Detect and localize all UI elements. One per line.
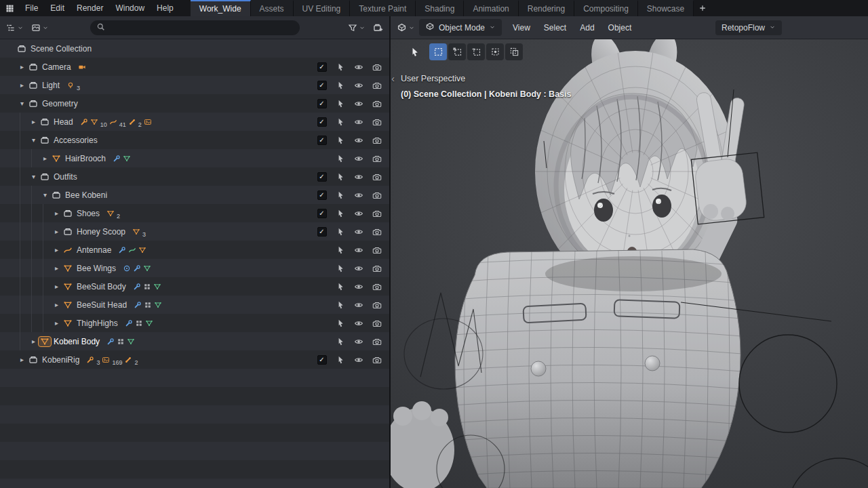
expander-icon[interactable]: ▸	[28, 119, 39, 125]
render-toggle[interactable]	[372, 117, 382, 127]
retopoflow-dropdown[interactable]: RetopoFlow	[715, 20, 782, 35]
selectable-toggle[interactable]	[336, 300, 345, 310]
new-collection-button[interactable]	[372, 21, 384, 34]
exclude-checkbox[interactable]: ✓	[317, 227, 327, 237]
display-mode-button[interactable]	[30, 22, 50, 34]
tab-rendering[interactable]: Rendering	[519, 0, 574, 16]
viewport-menu-view[interactable]: View	[506, 20, 537, 35]
visibility-toggle[interactable]	[354, 282, 363, 291]
render-toggle[interactable]	[372, 245, 382, 255]
outliner-row-camera[interactable]: ▸Camera✓	[0, 58, 389, 76]
render-toggle[interactable]	[372, 209, 382, 218]
visibility-toggle[interactable]	[354, 355, 363, 365]
expander-icon[interactable]: ▸	[52, 302, 62, 308]
exclude-checkbox[interactable]: ✓	[317, 136, 327, 145]
exclude-checkbox[interactable]: ✓	[317, 209, 327, 218]
selectable-toggle[interactable]	[336, 227, 345, 237]
visibility-toggle[interactable]	[354, 190, 363, 200]
render-toggle[interactable]	[372, 282, 382, 291]
visibility-toggle[interactable]	[354, 209, 363, 218]
selectable-toggle[interactable]	[336, 264, 345, 273]
expander-icon[interactable]: ▸	[52, 210, 62, 217]
visibility-toggle[interactable]	[354, 264, 363, 273]
selectable-toggle[interactable]	[336, 81, 345, 90]
filter-button[interactable]	[347, 22, 367, 34]
expander-icon[interactable]: ▸	[52, 247, 62, 253]
outliner-row-accessories[interactable]: ▾Accessories✓	[0, 131, 389, 149]
render-toggle[interactable]	[372, 81, 382, 90]
expander-icon[interactable]: ▸	[40, 155, 50, 162]
render-toggle[interactable]	[372, 337, 382, 346]
menu-file[interactable]: File	[19, 0, 44, 16]
outliner-row-beesuit-head[interactable]: ▸BeeSuit Head	[0, 296, 389, 314]
select-mode-extend-button[interactable]	[448, 43, 466, 60]
viewport-canvas[interactable]: ‹ User Perspective (0) Scene Collection …	[391, 39, 868, 488]
outliner-row-kobenirig[interactable]: ▸KobeniRig31692✓	[0, 350, 389, 369]
active-tool-button[interactable]	[406, 43, 423, 60]
render-toggle[interactable]	[372, 62, 382, 72]
region-toggle-chevron-icon[interactable]: ‹	[391, 73, 395, 83]
outliner-row-shoes[interactable]: ▸Shoes2✓	[0, 204, 389, 222]
viewport-menu-add[interactable]: Add	[573, 20, 601, 35]
tab-showcase[interactable]: Showcase	[638, 0, 694, 16]
render-toggle[interactable]	[372, 154, 382, 163]
render-toggle[interactable]	[372, 172, 382, 182]
visibility-toggle[interactable]	[354, 319, 363, 328]
tab-work-wide[interactable]: Work_Wide	[191, 0, 251, 16]
visibility-toggle[interactable]	[354, 99, 363, 108]
exclude-checkbox[interactable]: ✓	[317, 62, 327, 72]
add-workspace-button[interactable]	[694, 0, 711, 16]
outliner-row-beesuit-body[interactable]: ▸BeeSuit Body	[0, 277, 389, 296]
tab-animation[interactable]: Animation	[464, 0, 518, 16]
selectable-toggle[interactable]	[336, 136, 345, 145]
render-toggle[interactable]	[372, 136, 382, 145]
exclude-checkbox[interactable]: ✓	[317, 117, 327, 127]
expander-icon[interactable]: ▸	[28, 338, 39, 345]
expander-icon[interactable]: ▸	[17, 64, 27, 70]
selectable-toggle[interactable]	[336, 282, 345, 291]
selectable-toggle[interactable]	[336, 245, 345, 255]
visibility-toggle[interactable]	[354, 154, 363, 163]
expander-icon[interactable]: ▸	[52, 265, 62, 272]
outliner-row-outfits[interactable]: ▾Outfits✓	[0, 167, 389, 186]
expander-icon[interactable]: ▾	[17, 100, 27, 107]
render-toggle[interactable]	[372, 319, 382, 328]
visibility-toggle[interactable]	[354, 81, 363, 90]
visibility-toggle[interactable]	[354, 337, 363, 346]
outliner-row-light[interactable]: ▸Light3✓	[0, 76, 389, 94]
app-menu-icon[interactable]	[0, 0, 19, 16]
menu-help[interactable]: Help	[151, 0, 180, 16]
render-toggle[interactable]	[372, 264, 382, 273]
visibility-toggle[interactable]	[354, 227, 363, 237]
outliner-row-honey-scoop[interactable]: ▸Honey Scoop3✓	[0, 222, 389, 241]
select-mode-invert-button[interactable]	[486, 43, 504, 60]
selectable-toggle[interactable]	[336, 209, 345, 218]
expander-icon[interactable]: ▾	[40, 192, 50, 199]
selectable-toggle[interactable]	[336, 190, 345, 200]
select-mode-subtract-button[interactable]	[467, 43, 485, 60]
expander-icon[interactable]: ▸	[52, 320, 62, 327]
outliner-row-bee-wings[interactable]: ▸Bee Wings	[0, 259, 389, 277]
expander-icon[interactable]: ▾	[28, 174, 39, 180]
visibility-toggle[interactable]	[354, 136, 363, 145]
selectable-toggle[interactable]	[336, 319, 345, 328]
render-toggle[interactable]	[372, 300, 382, 310]
outliner-row-scene-collection[interactable]: Scene Collection	[0, 39, 389, 58]
search-input[interactable]	[109, 23, 294, 33]
selectable-toggle[interactable]	[336, 154, 345, 163]
visibility-toggle[interactable]	[354, 117, 363, 127]
render-toggle[interactable]	[372, 99, 382, 108]
render-toggle[interactable]	[372, 355, 382, 365]
outliner-row-bee-kobeni[interactable]: ▾Bee Kobeni✓	[0, 186, 389, 204]
viewport-menu-object[interactable]: Object	[601, 20, 639, 35]
visibility-toggle[interactable]	[354, 300, 363, 310]
selectable-toggle[interactable]	[336, 62, 345, 72]
tab-uv-editing[interactable]: UV Editing	[294, 0, 351, 16]
visibility-toggle[interactable]	[354, 172, 363, 182]
selectable-toggle[interactable]	[336, 337, 345, 346]
render-toggle[interactable]	[372, 190, 382, 200]
outliner-row-geometry[interactable]: ▾Geometry✓	[0, 94, 389, 113]
expander-icon[interactable]: ▸	[52, 283, 62, 290]
exclude-checkbox[interactable]: ✓	[317, 99, 327, 108]
selectable-toggle[interactable]	[336, 172, 345, 182]
